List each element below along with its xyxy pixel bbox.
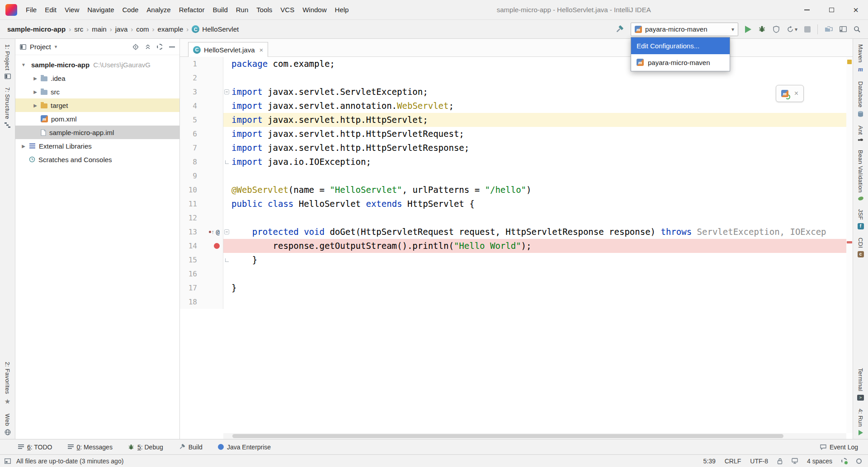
gutter[interactable]: 1 — [180, 57, 223, 71]
hide-panel-button[interactable] — [169, 47, 175, 47]
toolwindow-button-7-structure[interactable]: 7: Structure — [4, 87, 11, 128]
menu-analyze[interactable]: Analyze — [142, 0, 175, 19]
toolwindow-button-bean-validation[interactable]: Bean Validation — [857, 150, 864, 201]
code-text-area[interactable]: } — [223, 253, 846, 267]
gutter[interactable]: 2 — [180, 71, 223, 85]
toolwindow-button-terminal[interactable]: Terminal> — [857, 368, 864, 401]
error-stripe-mark[interactable] — [847, 241, 852, 243]
gear-icon[interactable] — [157, 44, 163, 50]
coverage-button[interactable] — [773, 26, 780, 33]
encoding-widget[interactable]: UTF-8 — [750, 458, 768, 465]
gutter[interactable]: 14 — [180, 239, 223, 253]
gutter[interactable]: 8 — [180, 155, 223, 169]
code-text-area[interactable]: import java.io.IOException; — [223, 155, 846, 169]
breakpoint-icon[interactable] — [214, 243, 220, 249]
fold-marker-icon[interactable] — [225, 258, 229, 262]
code-text-area[interactable]: protected void doGet(HttpServletRequest … — [223, 225, 846, 239]
gutter[interactable]: 13↑@ — [180, 225, 223, 239]
breadcrumb-src[interactable]: src — [74, 25, 83, 33]
panel-title[interactable]: Project — [30, 43, 51, 51]
lock-icon[interactable] — [777, 458, 783, 464]
toolwindow-bar-5-debug[interactable]: 5: Debug — [128, 444, 163, 451]
build-hammer-button[interactable] — [615, 25, 624, 34]
run-button[interactable] — [745, 26, 751, 33]
code-text-area[interactable]: import javax.servlet.http.HttpServletRes… — [223, 141, 846, 155]
error-stripe[interactable] — [846, 57, 853, 433]
editor-tab[interactable]: C HelloServlet.java × — [188, 42, 268, 57]
close-tab-icon[interactable]: × — [259, 46, 264, 54]
gutter[interactable]: 16 — [180, 267, 223, 281]
gutter[interactable]: 11 — [180, 197, 223, 211]
toolwindow-button-2-favorites[interactable]: 2: Favorites★ — [4, 362, 11, 406]
scrollbar-thumb[interactable] — [232, 434, 783, 438]
breadcrumb-example[interactable]: example — [158, 25, 184, 33]
toolwindow-bar-event-log[interactable]: Event Log — [820, 444, 858, 451]
menu-build[interactable]: Build — [208, 0, 231, 19]
code-text-area[interactable]: } — [223, 281, 846, 295]
maximize-button[interactable] — [819, 0, 844, 19]
breadcrumb-helloservlet[interactable]: CHelloServlet — [192, 25, 239, 33]
gutter[interactable]: 12 — [180, 211, 223, 225]
tree-collapsed-arrow-icon[interactable]: ▶ — [19, 144, 28, 149]
layout-button[interactable] — [840, 26, 847, 32]
toolwindow-button-database[interactable]: Database — [857, 81, 864, 117]
gutter[interactable]: 4 — [180, 99, 223, 113]
code-text-area[interactable] — [223, 169, 846, 183]
tree-item-sample-micro-app[interactable]: ▼sample-micro-appC:\Users\jGauravG — [15, 58, 179, 71]
line-separator-widget[interactable]: CRLF — [725, 458, 741, 465]
search-everywhere-icon[interactable] — [854, 26, 861, 33]
breadcrumb-com[interactable]: com — [136, 25, 149, 33]
gutter[interactable]: 9 — [180, 169, 223, 183]
servlet-annotation-icon[interactable]: @ — [216, 229, 220, 236]
code-editor[interactable]: 1package com.example;23import javax.serv… — [180, 57, 853, 439]
fold-marker-icon[interactable] — [224, 89, 229, 94]
gutter[interactable]: 6 — [180, 127, 223, 141]
breadcrumb-main[interactable]: main — [92, 25, 107, 33]
code-text-area[interactable]: @WebServlet(name = "HelloServlet", urlPa… — [223, 183, 846, 197]
profiler-button[interactable]: ▾ — [787, 26, 797, 33]
menu-navigate[interactable]: Navigate — [83, 0, 118, 19]
override-method-icon[interactable]: ↑ — [209, 229, 214, 235]
inspection-status-icon[interactable] — [847, 60, 852, 64]
toolwindow-quick-access-icon[interactable] — [5, 458, 11, 464]
gutter[interactable]: 18 — [180, 295, 223, 309]
caret-position-widget[interactable]: 5:39 — [703, 458, 715, 465]
toolwindow-button-1-project[interactable]: 1: Project — [4, 44, 11, 79]
tree-item-src[interactable]: ▶src — [15, 85, 179, 98]
background-tasks-icon[interactable] — [856, 458, 862, 464]
toolwindow-button-web[interactable]: Web — [4, 414, 11, 435]
minimize-button[interactable] — [795, 0, 819, 19]
menu-view[interactable]: View — [61, 0, 83, 19]
dropdown-item-edit-configurations[interactable]: Edit Configurations... — [631, 37, 730, 54]
gutter[interactable]: 3 — [180, 85, 223, 99]
code-text-area[interactable]: public class HelloServlet extends HttpSe… — [223, 197, 846, 211]
tree-collapsed-arrow-icon[interactable]: ▶ — [31, 103, 40, 108]
indent-widget[interactable]: 4 spaces — [807, 458, 832, 465]
stop-button[interactable] — [804, 26, 811, 33]
code-text-area[interactable]: import javax.servlet.http.HttpServlet; — [223, 113, 846, 127]
tree-collapsed-arrow-icon[interactable]: ▶ — [31, 89, 40, 94]
code-text-area[interactable]: package com.example; — [223, 57, 846, 71]
toolwindow-button-cdi[interactable]: CDIc — [857, 238, 864, 257]
menu-file[interactable]: File — [22, 0, 41, 19]
menu-refactor[interactable]: Refactor — [175, 0, 209, 19]
tree-item-external-libraries[interactable]: ▶External Libraries — [15, 139, 179, 153]
tree-item-scratches-and-consoles[interactable]: Scratches and Consoles — [15, 153, 179, 166]
toolwindow-button-maven[interactable]: Mavenm — [857, 44, 864, 73]
toolwindow-button-ant[interactable]: Ant — [857, 126, 864, 142]
locate-file-button[interactable] — [132, 44, 139, 50]
dropdown-item-payara-micro-maven[interactable]: mpayara-micro-maven — [631, 54, 730, 71]
toolwindow-bar-0-messages[interactable]: 0: Messages — [68, 444, 113, 451]
collapse-all-button[interactable] — [145, 44, 151, 50]
menu-tools[interactable]: Tools — [252, 0, 276, 19]
gutter[interactable]: 10 — [180, 183, 223, 197]
tree-item-target[interactable]: ▶target — [15, 98, 179, 112]
menu-code[interactable]: Code — [118, 0, 142, 19]
gutter[interactable]: 7 — [180, 141, 223, 155]
toolwindow-bar-build[interactable]: Build — [179, 444, 203, 451]
code-text-area[interactable] — [223, 211, 846, 225]
code-text-area[interactable]: import javax.servlet.http.HttpServletReq… — [223, 127, 846, 141]
menu-window[interactable]: Window — [298, 0, 330, 19]
gear-icon[interactable] — [841, 458, 847, 464]
toolwindow-bar-6-todo[interactable]: 6: TODO — [18, 444, 52, 451]
